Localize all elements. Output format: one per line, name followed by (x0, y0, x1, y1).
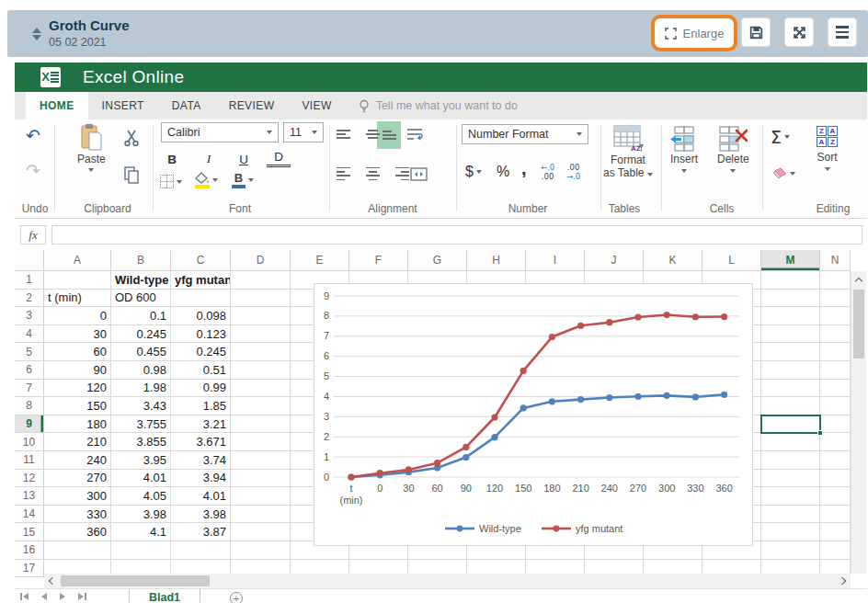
cell-B2[interactable]: OD 600 (111, 290, 171, 308)
double-underline-button[interactable]: D (267, 149, 291, 167)
enlarge-button[interactable]: Enlarge (665, 27, 725, 40)
cell-N8[interactable] (820, 397, 851, 415)
font-color-button[interactable]: B (232, 172, 254, 188)
cell-N10[interactable] (820, 433, 851, 451)
row-header-7[interactable]: 7 (15, 380, 44, 398)
tab-view[interactable]: VIEW (288, 92, 345, 119)
cell-A12[interactable]: 270 (44, 470, 111, 488)
cell-N4[interactable] (820, 325, 851, 344)
insert-cells-button[interactable]: Insert (669, 125, 699, 173)
row-header-8[interactable]: 8 (15, 397, 44, 415)
cell-D4[interactable] (231, 325, 291, 344)
cell-D1[interactable] (231, 271, 291, 290)
previous-sheet-button[interactable] (41, 593, 47, 600)
cell-A7[interactable]: 120 (44, 380, 111, 398)
first-sheet-button[interactable] (20, 593, 29, 600)
cell-A14[interactable]: 330 (44, 506, 111, 524)
sort-button[interactable]: Z A A Z Sort (817, 126, 838, 171)
cell-A10[interactable]: 210 (44, 433, 111, 451)
cell-D11[interactable] (231, 451, 291, 470)
tab-insert[interactable]: INSERT (88, 92, 158, 119)
undo-button[interactable]: ↶ (26, 125, 40, 145)
fill-color-button[interactable] (195, 172, 218, 188)
cell-D10[interactable] (231, 433, 291, 451)
selected-cell-M9[interactable] (760, 415, 821, 434)
cell-D14[interactable] (231, 506, 291, 524)
cell-A8[interactable]: 150 (44, 397, 111, 415)
row-header-4[interactable]: 4 (15, 325, 44, 344)
fill-handle[interactable] (817, 430, 823, 436)
cell-D5[interactable] (231, 343, 291, 361)
paste-button[interactable]: Paste (77, 123, 106, 172)
column-header-G[interactable]: G (408, 250, 467, 271)
row-header-16[interactable]: 16 (15, 541, 44, 560)
row-header-12[interactable]: 12 (15, 470, 44, 488)
cell-N7[interactable] (820, 380, 851, 398)
cell-D9[interactable] (231, 415, 291, 434)
cell-C4[interactable]: 0.123 (171, 325, 231, 344)
wrap-text-button[interactable] (405, 126, 425, 142)
cell-N12[interactable] (820, 470, 851, 488)
align-top-button[interactable] (333, 126, 353, 142)
cell-N5[interactable] (820, 343, 851, 361)
cell-C3[interactable]: 0.098 (171, 307, 231, 325)
row-header-11[interactable]: 11 (15, 451, 44, 470)
underline-button[interactable]: U (232, 149, 256, 169)
percent-button[interactable]: % (497, 164, 509, 180)
cell-M12[interactable] (761, 470, 820, 488)
clear-button[interactable] (771, 167, 795, 180)
cell-N9[interactable] (820, 415, 851, 434)
cell-D15[interactable] (231, 523, 291, 541)
add-sheet-button[interactable]: + (230, 592, 243, 603)
font-name-select[interactable]: Calibri (161, 122, 279, 142)
cell-B16[interactable] (111, 541, 171, 560)
row-header-6[interactable]: 6 (15, 361, 44, 380)
scroll-up-arrow[interactable] (855, 278, 862, 285)
merge-center-button[interactable] (408, 165, 428, 182)
cell-D3[interactable] (231, 307, 291, 325)
cell-A13[interactable]: 300 (44, 487, 111, 506)
number-format-select[interactable]: Number Format (462, 124, 588, 144)
cell-C7[interactable]: 0.99 (171, 380, 231, 398)
tab-home[interactable]: HOME (26, 92, 88, 119)
column-header-E[interactable]: E (291, 250, 349, 271)
drag-reorder-icon[interactable] (31, 25, 42, 43)
cell-B5[interactable]: 0.455 (111, 343, 171, 361)
cell-D12[interactable] (231, 470, 291, 488)
cell-D8[interactable] (231, 397, 291, 415)
cell-D2[interactable] (231, 290, 291, 308)
cell-A5[interactable]: 60 (44, 343, 111, 361)
cell-N15[interactable] (820, 523, 851, 541)
decrease-decimal-button[interactable]: .00 →.0 (566, 164, 580, 181)
cell-A16[interactable] (44, 541, 111, 560)
row-header-2[interactable]: 2 (15, 290, 44, 308)
cell-C9[interactable]: 3.21 (171, 415, 231, 434)
cell-B13[interactable]: 4.05 (111, 487, 171, 506)
cell-C5[interactable]: 0.245 (171, 343, 231, 361)
column-header-D[interactable]: D (231, 250, 291, 271)
copy-button[interactable] (123, 165, 140, 188)
cut-button[interactable] (123, 129, 140, 151)
row-header-17[interactable]: 17 (15, 560, 44, 578)
cell-M11[interactable] (761, 451, 820, 470)
cell-B1[interactable]: Wild-type (111, 271, 171, 290)
horizontal-scrollbar[interactable] (44, 574, 851, 588)
cell-M16[interactable] (761, 541, 820, 560)
cell-B12[interactable]: 4.01 (111, 470, 171, 488)
cell-M1[interactable] (761, 271, 820, 290)
cell-B10[interactable]: 3.855 (111, 433, 171, 451)
row-header-15[interactable]: 15 (15, 523, 44, 541)
cell-N6[interactable] (820, 361, 851, 380)
cell-M3[interactable] (761, 307, 820, 325)
bold-button[interactable]: B (160, 149, 184, 169)
cell-B3[interactable]: 0.1 (111, 307, 171, 325)
select-all-corner[interactable] (15, 250, 44, 271)
row-header-3[interactable]: 3 (15, 307, 44, 325)
cell-N11[interactable] (820, 451, 851, 470)
autosum-button[interactable]: Σ (771, 127, 790, 147)
borders-button[interactable] (160, 175, 182, 188)
cell-A4[interactable]: 30 (44, 325, 111, 344)
cell-C2[interactable] (171, 290, 231, 308)
cell-M8[interactable] (761, 397, 820, 415)
embedded-growth-chart[interactable]: 0123456789t(min)030609012015018021024027… (314, 283, 753, 546)
